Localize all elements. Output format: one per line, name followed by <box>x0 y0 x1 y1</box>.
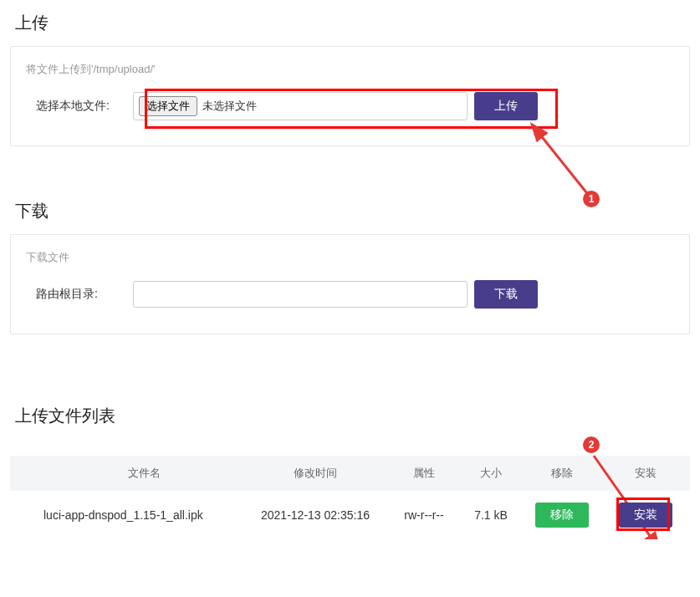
file-input[interactable]: 选择文件 未选择文件 <box>133 92 468 120</box>
table-header-row: 文件名 修改时间 属性 大小 移除 安装 <box>10 456 690 491</box>
table-row: luci-app-dnspod_1.15-1_all.ipk 2021-12-1… <box>10 491 690 539</box>
col-header-name: 文件名 <box>10 466 244 481</box>
col-header-remove: 移除 <box>520 466 604 481</box>
file-status-text: 未选择文件 <box>202 99 257 114</box>
choose-file-button[interactable]: 选择文件 <box>139 96 197 116</box>
download-path-label: 路由根目录: <box>26 287 126 302</box>
col-header-time: 修改时间 <box>244 466 386 481</box>
files-section: 上传文件列表 2 文件名 修改时间 属性 大小 移除 安装 luci-app-d… <box>0 393 700 539</box>
file-name-cell: luci-app-dnspod_1.15-1_all.ipk <box>10 508 244 522</box>
file-install-cell: 安装 <box>604 503 687 528</box>
download-path-input[interactable] <box>133 281 468 308</box>
upload-file-label: 选择本地文件: <box>26 99 126 114</box>
callout-badge: 2 <box>583 436 600 453</box>
upload-panel: 将文件上传到'/tmp/upload/' 选择本地文件: 选择文件 未选择文件 … <box>10 46 690 146</box>
file-remove-cell: 移除 <box>520 503 604 528</box>
upload-button[interactable]: 上传 <box>474 92 538 120</box>
download-button[interactable]: 下载 <box>474 280 538 309</box>
files-table: 文件名 修改时间 属性 大小 移除 安装 luci-app-dnspod_1.1… <box>10 456 690 539</box>
file-time-cell: 2021-12-13 02:35:16 <box>244 508 386 522</box>
col-header-size: 大小 <box>462 466 520 481</box>
download-form-row: 路由根目录: 下载 <box>26 280 674 309</box>
file-attr-cell: rw-r--r-- <box>386 508 462 522</box>
col-header-install: 安装 <box>604 466 687 481</box>
files-title: 上传文件列表 <box>0 393 700 439</box>
install-button[interactable]: 安装 <box>619 503 672 528</box>
remove-button[interactable]: 移除 <box>535 503 589 528</box>
upload-title: 上传 <box>0 0 700 46</box>
col-header-attr: 属性 <box>386 466 462 481</box>
download-panel: 下载文件 路由根目录: 下载 <box>10 234 690 334</box>
download-desc: 下载文件 <box>26 250 674 265</box>
callout-badge: 1 <box>583 191 600 207</box>
file-size-cell: 7.1 kB <box>462 508 520 522</box>
upload-desc: 将文件上传到'/tmp/upload/' <box>26 62 674 77</box>
upload-form-row: 选择本地文件: 选择文件 未选择文件 上传 <box>26 92 674 120</box>
